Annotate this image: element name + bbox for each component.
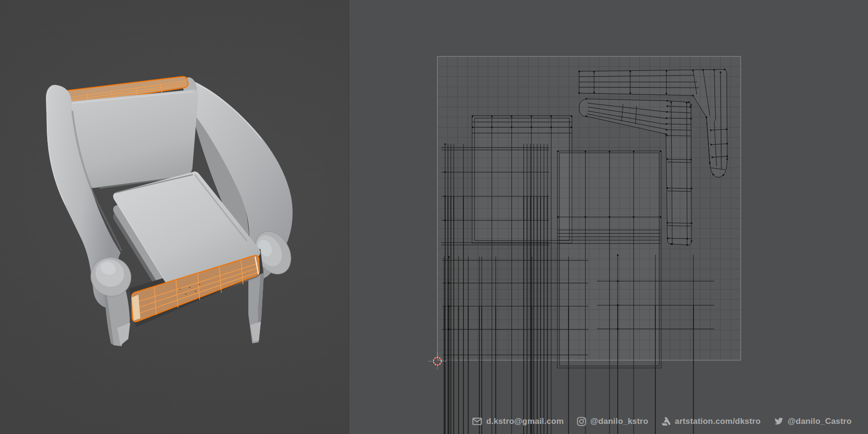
contact-item-artstation: artstation.com/dkstro — [661, 417, 760, 426]
contact-item-email: d.kstro@gmail.com — [472, 416, 564, 426]
contact-label: @danilo_Castro — [787, 417, 852, 426]
uv-island-seat-top[interactable] — [557, 151, 662, 434]
screenshot-root: d.kstro@gmail.com @danilo_kstro artstati… — [0, 0, 868, 434]
twitter-icon — [773, 416, 784, 426]
instagram-icon — [577, 417, 586, 426]
contact-label: d.kstro@gmail.com — [486, 417, 564, 426]
contact-bar: d.kstro@gmail.com @danilo_kstro artstati… — [472, 416, 852, 426]
contact-label: artstation.com/dkstro — [675, 417, 760, 426]
contact-item-twitter: @danilo_Castro — [773, 416, 852, 426]
3d-viewport[interactable] — [0, 0, 349, 434]
armchair-model — [0, 0, 349, 434]
uv-unwrap-canvas[interactable] — [349, 0, 868, 434]
contact-item-instagram: @danilo_kstro — [577, 417, 648, 426]
artstation-icon — [661, 417, 671, 426]
email-icon — [472, 416, 482, 426]
uv-editor-panel[interactable]: d.kstro@gmail.com @danilo_kstro artstati… — [349, 0, 868, 434]
contact-label: @danilo_kstro — [590, 417, 648, 426]
chair-back-cushion — [68, 90, 198, 188]
